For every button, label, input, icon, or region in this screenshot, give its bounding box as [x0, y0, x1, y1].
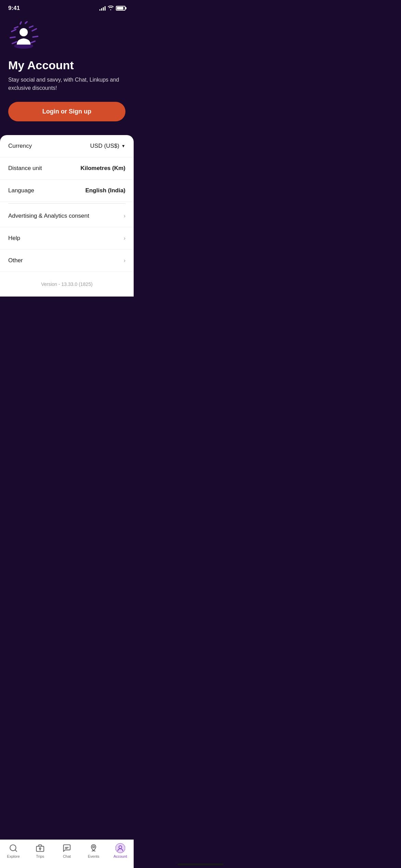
svg-line-2: [10, 37, 15, 38]
distance-unit-setting[interactable]: Distance unit Kilometres (Km): [0, 157, 134, 180]
status-bar: 9:41: [0, 0, 134, 14]
distance-label: Distance unit: [8, 165, 42, 172]
status-time: 9:41: [8, 5, 20, 12]
wifi-icon: [108, 5, 114, 11]
chevron-right-icon: ›: [124, 235, 125, 241]
currency-label: Currency: [8, 143, 32, 149]
other-label: Other: [8, 257, 23, 264]
language-setting[interactable]: Language English (India): [0, 180, 134, 202]
currency-setting[interactable]: Currency USD (US$) ▼: [0, 135, 134, 157]
header-section: My Account Stay social and savvy, with C…: [0, 14, 134, 135]
content-section: Currency USD (US$) ▼ Distance unit Kilom…: [0, 135, 134, 297]
help-item[interactable]: Help ›: [0, 227, 134, 250]
currency-dropdown-icon: ▼: [121, 144, 125, 148]
signal-icon: [99, 6, 106, 11]
chevron-right-icon: ›: [124, 213, 125, 219]
svg-line-4: [14, 27, 18, 28]
currency-value: USD (US$) ▼: [90, 143, 125, 149]
language-value: English (India): [85, 187, 125, 194]
page-title: My Account: [8, 59, 125, 72]
advertising-consent-item[interactable]: Advertising & Analytics consent ›: [0, 205, 134, 227]
settings-list: Currency USD (US$) ▼ Distance unit Kilom…: [0, 135, 134, 297]
other-item[interactable]: Other ›: [0, 250, 134, 272]
help-label: Help: [8, 235, 20, 242]
section-divider: [8, 203, 125, 204]
page-subtitle: Stay social and savvy, with Chat, Linkup…: [8, 76, 125, 92]
avatar: [8, 21, 39, 52]
svg-line-8: [29, 26, 33, 27]
version-info: Version - 13.33.0 (1825): [0, 272, 134, 297]
status-icons: [99, 5, 125, 11]
svg-line-10: [25, 22, 27, 23]
battery-icon: [116, 6, 125, 11]
svg-point-11: [20, 28, 28, 36]
distance-value: Kilometres (Km): [81, 165, 125, 172]
svg-line-1: [12, 29, 16, 32]
svg-line-6: [33, 36, 38, 37]
chevron-right-icon: ›: [124, 257, 125, 264]
advertising-consent-label: Advertising & Analytics consent: [8, 213, 89, 219]
svg-line-5: [32, 29, 36, 31]
login-signup-button[interactable]: Login or Sign up: [8, 102, 125, 121]
language-label: Language: [8, 187, 34, 194]
svg-line-9: [20, 22, 21, 24]
svg-line-3: [12, 42, 16, 44]
svg-line-7: [31, 41, 35, 43]
